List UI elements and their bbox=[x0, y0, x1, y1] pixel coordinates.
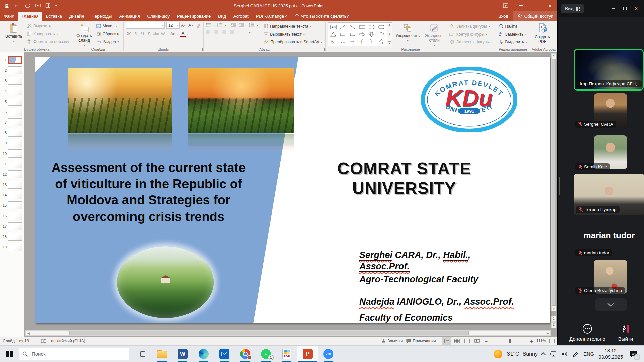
taskbar-app-word[interactable]: W bbox=[172, 346, 193, 362]
weather-widget[interactable]: 31°CSunny bbox=[507, 351, 538, 357]
zoom-maximize-button[interactable] bbox=[620, 4, 630, 14]
font-size-combo[interactable]: 12▾ bbox=[166, 22, 180, 29]
landscape-oval-photo[interactable] bbox=[117, 246, 214, 318]
view-button[interactable]: Вид bbox=[561, 4, 584, 13]
slide-thumbnail[interactable]: 19 bbox=[0, 242, 24, 252]
collapse-ribbon-button[interactable]: ⌃ bbox=[551, 46, 554, 50]
shape-rectangle-icon[interactable] bbox=[359, 24, 366, 30]
shape-star-icon[interactable] bbox=[378, 39, 385, 44]
shape-left-brace-icon[interactable]: { bbox=[359, 39, 366, 44]
qat-customize-icon[interactable]: ▾ bbox=[55, 4, 57, 7]
shrink-font-button[interactable]: А▼ bbox=[187, 22, 194, 28]
slide-thumbnail[interactable]: 14 bbox=[0, 190, 24, 200]
vertical-scroll-thumb[interactable] bbox=[552, 59, 556, 306]
minimize-button[interactable] bbox=[513, 0, 528, 11]
slide-thumbnail[interactable]: 17 bbox=[0, 221, 24, 231]
shape-curve-icon[interactable] bbox=[349, 39, 356, 44]
share-button[interactable]: Общий доступ bbox=[513, 11, 557, 21]
horizontal-scrollbar[interactable]: ◀ ▶ bbox=[25, 330, 551, 336]
sun-icon[interactable] bbox=[494, 350, 502, 358]
speaker-icon[interactable] bbox=[561, 351, 568, 357]
select-button[interactable]: Выделить▾ bbox=[498, 38, 528, 45]
undo-icon[interactable] bbox=[14, 3, 20, 8]
authors-text[interactable]: Serghei CARA, Dr., Habil., Assoc.Prof. A… bbox=[359, 250, 517, 323]
scroll-left-arrow[interactable]: ◀ bbox=[26, 331, 31, 335]
shape-textbox-icon[interactable]: A bbox=[330, 24, 337, 30]
underline-button[interactable]: Ч bbox=[139, 31, 146, 37]
increase-indent-icon[interactable] bbox=[238, 23, 244, 27]
horizontal-scroll-thumb[interactable] bbox=[69, 331, 469, 335]
ribbon-tab[interactable]: Файл bbox=[0, 12, 18, 21]
format-painter-button[interactable]: Формат по образцу bbox=[26, 38, 70, 45]
slide-thumbnail[interactable]: 8 bbox=[0, 127, 24, 138]
shape-freeform-icon[interactable] bbox=[378, 32, 385, 37]
numbering-icon[interactable]: 123 bbox=[217, 23, 222, 27]
ribbon-tab[interactable]: Главная bbox=[18, 12, 42, 21]
clock[interactable]: 18:12 03.09.2025 bbox=[598, 348, 623, 360]
section-button[interactable]: Раздел▾ bbox=[95, 38, 121, 45]
zoom-panel-scrollbar[interactable] bbox=[559, 177, 560, 195]
bullets-icon[interactable] bbox=[206, 23, 211, 27]
tray-expand-icon[interactable] bbox=[541, 352, 546, 357]
italic-button[interactable]: К bbox=[132, 31, 139, 37]
text-shadow-button[interactable]: abc bbox=[153, 31, 159, 37]
drawing-dialog-launcher[interactable] bbox=[492, 48, 495, 51]
decrease-indent-icon[interactable] bbox=[230, 23, 236, 27]
slide-title[interactable]: Assessment of the current stateof viticu… bbox=[41, 160, 256, 225]
next-slide-button[interactable]: ▼▼ bbox=[551, 322, 556, 328]
paragraph-dialog-launcher[interactable] bbox=[321, 48, 325, 51]
cut-button[interactable]: Вырезать bbox=[26, 22, 70, 29]
university-logo[interactable]: KOMRAT DEVLET UNIVERSITETI KDu 1991 bbox=[421, 67, 517, 132]
ribbon-display-options-button[interactable] bbox=[498, 0, 513, 11]
shape-elbow-arrow-icon[interactable] bbox=[349, 32, 356, 37]
taskbar-app-mail[interactable] bbox=[214, 346, 235, 362]
character-spacing-button[interactable]: AV bbox=[160, 31, 166, 37]
shape-down-arrow-icon[interactable] bbox=[368, 32, 375, 37]
shape-scribble-icon[interactable] bbox=[330, 39, 337, 44]
slide-thumbnail-panel[interactable]: 1 2 3 4 bbox=[0, 52, 24, 337]
shapes-gallery[interactable]: A { } bbox=[328, 22, 387, 46]
ribbon-tab[interactable]: PDF-XChange 4 bbox=[252, 12, 291, 21]
fit-slide-to-window-button[interactable] bbox=[549, 339, 555, 343]
change-case-button[interactable]: Aa bbox=[170, 31, 176, 37]
shape-fill-button[interactable]: Заливка фигуры▾ bbox=[448, 23, 494, 30]
strikethrough-button[interactable]: S bbox=[146, 31, 152, 37]
slide-thumbnail[interactable]: 6 bbox=[0, 107, 24, 117]
shape-rounded-rectangle-icon[interactable] bbox=[378, 24, 385, 30]
shape-right-arrow-icon[interactable] bbox=[359, 32, 366, 37]
clear-formatting-icon[interactable] bbox=[196, 23, 201, 28]
language-switcher[interactable]: ENG bbox=[583, 351, 594, 357]
zoom-slider-thumb[interactable] bbox=[509, 339, 511, 343]
zoom-out-button[interactable]: − bbox=[485, 338, 488, 344]
shape-effects-button[interactable]: Эффекты фигуры▾ bbox=[448, 38, 494, 45]
slide-thumbnail[interactable]: 3 bbox=[0, 75, 24, 86]
book-icon[interactable] bbox=[41, 339, 46, 343]
font-name-combo[interactable]: ▾ bbox=[126, 22, 165, 29]
arrange-button[interactable]: Упорядочить▾ bbox=[394, 22, 422, 44]
paste-button[interactable]: Вставить▾ bbox=[3, 22, 24, 45]
slide-thumbnail[interactable]: 4 bbox=[0, 86, 24, 96]
search-input[interactable] bbox=[31, 351, 115, 357]
clipboard-dialog-launcher[interactable] bbox=[68, 48, 71, 51]
scroll-right-arrow[interactable]: ▶ bbox=[545, 331, 550, 335]
layout-button[interactable]: Макет▾ bbox=[95, 22, 121, 29]
leave-meeting-button[interactable]: Выйти bbox=[618, 324, 633, 342]
zoom-minimize-button[interactable] bbox=[608, 4, 619, 14]
ribbon-tab[interactable]: Слайд-шоу bbox=[144, 12, 173, 21]
slide-thumbnail[interactable]: 10 bbox=[0, 148, 24, 159]
zoom-percent[interactable]: 111% bbox=[536, 339, 546, 343]
normal-view-button[interactable] bbox=[442, 337, 451, 345]
slideshow-icon[interactable] bbox=[35, 3, 41, 8]
taskbar-app-powerpoint[interactable]: P bbox=[297, 346, 318, 362]
redo-icon[interactable] bbox=[25, 3, 30, 8]
slide-thumbnail[interactable]: 11 bbox=[0, 159, 24, 169]
ribbon-tab[interactable]: Анимация bbox=[115, 12, 143, 21]
shapes-gallery-scroll[interactable]: ▲▼▼ bbox=[387, 22, 392, 46]
slide-thumbnail[interactable]: 13 bbox=[0, 179, 24, 190]
vertical-scrollbar[interactable]: ▲ ▼ bbox=[551, 53, 556, 311]
slideshow-view-button[interactable] bbox=[472, 337, 482, 345]
participant-display-name[interactable]: marian tudor bbox=[574, 231, 644, 240]
taskbar-app-edge[interactable] bbox=[193, 346, 214, 362]
ribbon-tab[interactable]: Вставка bbox=[42, 12, 65, 21]
zoom-close-button[interactable]: × bbox=[631, 4, 641, 14]
